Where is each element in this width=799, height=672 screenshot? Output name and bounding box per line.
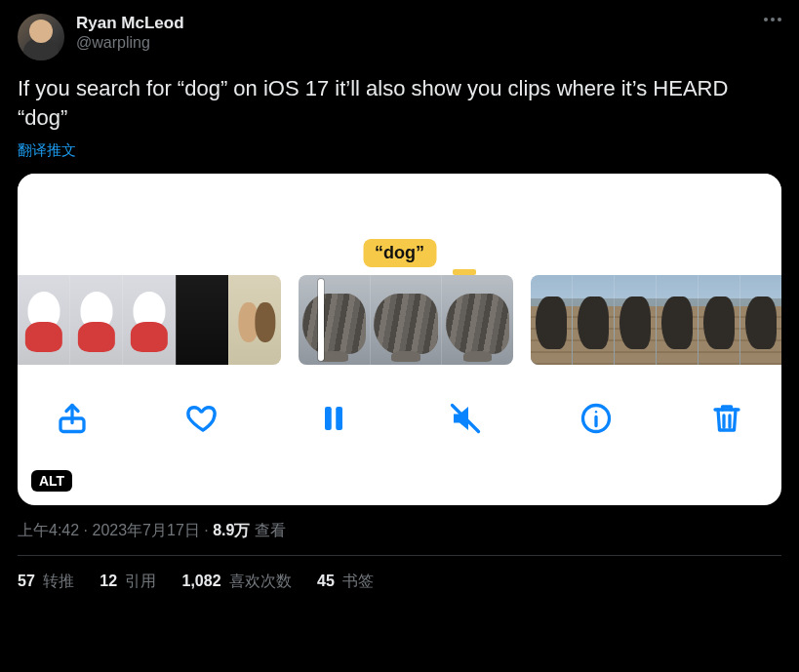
retweets-stat[interactable]: 57 转推 — [18, 572, 74, 592]
likes-label: 喜欢次数 — [225, 573, 292, 589]
separator: · — [79, 522, 92, 538]
avatar[interactable] — [18, 14, 64, 60]
clip-thumb[interactable] — [176, 275, 228, 365]
playhead-icon[interactable] — [318, 279, 324, 361]
tweet-container: Ryan McLeod @warpling If you search for … — [0, 0, 799, 592]
clip-thumb[interactable] — [656, 275, 698, 365]
quotes-num: 12 — [100, 573, 117, 589]
clip-thumb[interactable] — [299, 275, 370, 365]
tweet-date[interactable]: 2023年7月17日 — [92, 522, 199, 538]
clip-group-3[interactable] — [531, 275, 781, 365]
share-icon[interactable] — [51, 397, 94, 440]
bookmarks-stat[interactable]: 45 书签 — [317, 572, 374, 592]
trash-icon[interactable] — [705, 397, 748, 440]
translate-link[interactable]: 翻译推文 — [18, 141, 76, 160]
author-names[interactable]: Ryan McLeod @warpling — [76, 14, 184, 53]
retweets-label: 转推 — [39, 573, 74, 589]
svg-point-6 — [595, 411, 597, 413]
clip-thumb[interactable] — [370, 275, 442, 365]
handle: @warpling — [76, 33, 184, 52]
quotes-stat[interactable]: 12 引用 — [100, 572, 156, 592]
likes-stat[interactable]: 1,082 喜欢次数 — [182, 572, 293, 592]
tweet-time[interactable]: 上午4:42 — [18, 522, 79, 538]
clip-thumb[interactable] — [228, 275, 281, 365]
retweets-num: 57 — [18, 573, 35, 589]
bookmarks-num: 45 — [317, 573, 335, 589]
clip-thumb[interactable] — [122, 275, 175, 365]
info-icon[interactable] — [575, 397, 618, 440]
likes-num: 1,082 — [182, 573, 221, 589]
tweet-header: Ryan McLeod @warpling — [18, 14, 781, 60]
clip-thumb[interactable] — [441, 275, 513, 365]
display-name: Ryan McLeod — [76, 14, 184, 33]
quotes-label: 引用 — [121, 573, 156, 589]
clip-thumb[interactable] — [698, 275, 739, 365]
clip-thumb[interactable] — [531, 275, 572, 365]
mute-icon[interactable] — [444, 397, 487, 440]
caption-chip: “dog” — [363, 239, 436, 267]
heart-icon[interactable] — [181, 397, 224, 440]
more-icon[interactable] — [764, 14, 781, 21]
clip-thumb[interactable] — [739, 275, 781, 365]
tweet-meta: 上午4:42 · 2023年7月17日 · 8.9万 查看 — [18, 521, 781, 541]
separator: · — [200, 522, 213, 538]
clip-thumb[interactable] — [69, 275, 122, 365]
bookmarks-label: 书签 — [339, 573, 374, 589]
clip-thumb[interactable] — [614, 275, 656, 365]
clip-thumb[interactable] — [572, 275, 614, 365]
video-timeline[interactable] — [18, 275, 781, 365]
views-label: 查看 — [250, 522, 285, 538]
svg-rect-1 — [325, 407, 332, 430]
stats-line: 57 转推 12 引用 1,082 喜欢次数 45 书签 — [18, 556, 781, 592]
alt-badge[interactable]: ALT — [31, 470, 72, 492]
media-toolbar — [18, 365, 781, 472]
svg-rect-2 — [337, 407, 343, 430]
tweet-text: If you search for “dog” on iOS 17 it’ll … — [18, 74, 781, 132]
views-number: 8.9万 — [213, 522, 250, 538]
clip-thumb[interactable] — [18, 275, 69, 365]
media-card[interactable]: “dog” — [18, 174, 781, 505]
pause-icon[interactable] — [312, 397, 355, 440]
clip-group-2[interactable] — [299, 275, 513, 365]
clip-group-1[interactable] — [18, 275, 281, 365]
media-caption-area: “dog” — [18, 174, 781, 275]
